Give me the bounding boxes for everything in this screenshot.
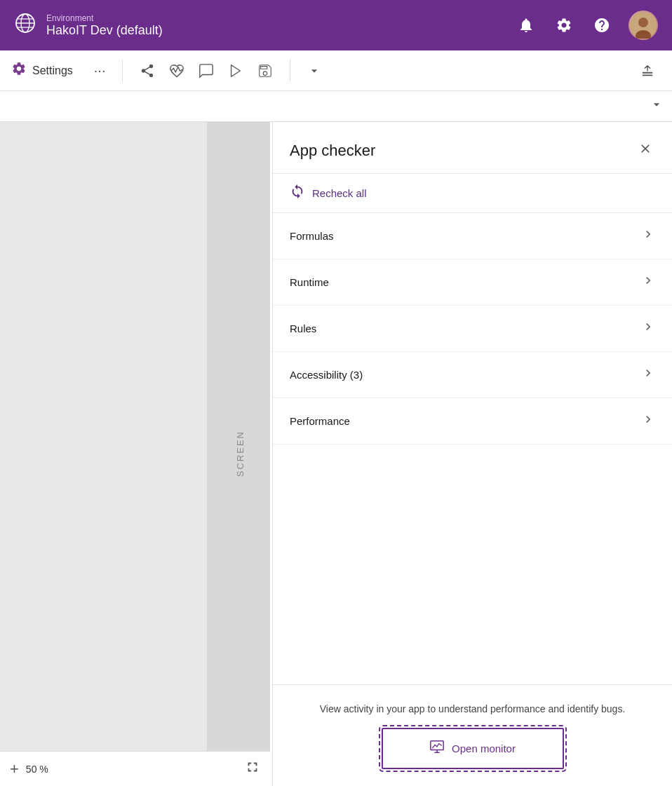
screen-label: SCREEN bbox=[235, 431, 246, 477]
formulas-label: Formulas bbox=[290, 230, 334, 242]
panel-title: App checker bbox=[290, 142, 375, 160]
accessibility-chevron-icon bbox=[641, 366, 655, 384]
formula-input[interactable] bbox=[8, 95, 619, 118]
env-name: HakoIT Dev (default) bbox=[46, 23, 163, 38]
globe-icon bbox=[14, 12, 36, 39]
panel-header: App checker bbox=[273, 122, 672, 173]
settings-button[interactable] bbox=[553, 14, 575, 36]
open-monitor-button[interactable]: Open monitor bbox=[382, 728, 564, 769]
runtime-label: Runtime bbox=[290, 276, 329, 288]
svg-marker-8 bbox=[231, 65, 241, 76]
accessibility-item[interactable]: Accessibility (3) bbox=[273, 352, 672, 398]
more-options-button[interactable]: ··· bbox=[88, 62, 112, 79]
settings-label: Settings bbox=[32, 65, 73, 77]
recheck-all-button[interactable]: Recheck all bbox=[273, 173, 672, 213]
canvas-bottom-bar: + 50 % bbox=[0, 751, 270, 786]
save-button[interactable] bbox=[252, 59, 278, 83]
performance-chevron-icon bbox=[641, 412, 655, 430]
header-right bbox=[515, 11, 658, 40]
top-header: Environment HakoIT Dev (default) bbox=[0, 0, 672, 50]
open-monitor-label: Open monitor bbox=[452, 743, 516, 754]
runtime-chevron-icon bbox=[641, 273, 655, 291]
formula-bar bbox=[0, 91, 672, 122]
share-button[interactable] bbox=[134, 59, 161, 83]
screen-sidebar bbox=[0, 122, 207, 786]
recheck-label: Recheck all bbox=[312, 187, 367, 199]
toolbar-icon-group bbox=[134, 59, 278, 83]
formula-chevron-icon[interactable] bbox=[650, 97, 664, 115]
accessibility-label: Accessibility (3) bbox=[290, 369, 363, 381]
runtime-item[interactable]: Runtime bbox=[273, 259, 672, 306]
expand-button[interactable] bbox=[245, 759, 260, 779]
health-check-button[interactable] bbox=[163, 59, 190, 83]
upload-button[interactable] bbox=[634, 59, 661, 83]
chevron-down-button[interactable] bbox=[302, 60, 327, 82]
formulas-item[interactable]: Formulas bbox=[273, 213, 672, 259]
screen-label-container: SCREEN bbox=[210, 122, 270, 786]
settings-section: Settings bbox=[11, 61, 83, 80]
environment-info: Environment HakoIT Dev (default) bbox=[46, 13, 163, 38]
recheck-icon bbox=[290, 184, 305, 203]
zoom-value: 50 % bbox=[26, 764, 48, 775]
formulas-chevron-icon bbox=[641, 227, 655, 245]
footer-description: View activity in your app to understand … bbox=[290, 702, 655, 717]
svg-rect-10 bbox=[643, 74, 653, 76]
checker-list: Formulas Runtime Rules bbox=[273, 213, 672, 684]
add-screen-button[interactable]: + bbox=[10, 760, 19, 778]
svg-rect-9 bbox=[643, 72, 653, 73]
rules-item[interactable]: Rules bbox=[273, 306, 672, 352]
rules-chevron-icon bbox=[641, 320, 655, 337]
toolbar: Settings ··· bbox=[0, 50, 672, 91]
close-panel-button[interactable] bbox=[636, 139, 655, 162]
toolbar-divider bbox=[122, 60, 123, 82]
panel-footer: View activity in your app to understand … bbox=[273, 684, 672, 786]
main-area: SCREEN + 50 % App checker bbox=[0, 122, 672, 786]
canvas-area: SCREEN + 50 % bbox=[0, 122, 270, 786]
rules-label: Rules bbox=[290, 323, 316, 334]
svg-point-6 bbox=[638, 18, 648, 27]
help-button[interactable] bbox=[591, 14, 613, 36]
performance-label: Performance bbox=[290, 415, 350, 427]
app-checker-panel: App checker Recheck all Formulas bbox=[272, 122, 672, 786]
env-label: Environment bbox=[46, 13, 163, 23]
toolbar-divider-2 bbox=[290, 60, 290, 82]
settings-gear-icon bbox=[11, 61, 27, 80]
chat-button[interactable] bbox=[193, 59, 220, 83]
avatar[interactable] bbox=[629, 11, 658, 40]
bell-button[interactable] bbox=[515, 14, 537, 36]
performance-item[interactable]: Performance bbox=[273, 398, 672, 445]
play-button[interactable] bbox=[222, 59, 249, 83]
monitor-icon bbox=[429, 739, 445, 758]
header-left: Environment HakoIT Dev (default) bbox=[14, 12, 163, 39]
